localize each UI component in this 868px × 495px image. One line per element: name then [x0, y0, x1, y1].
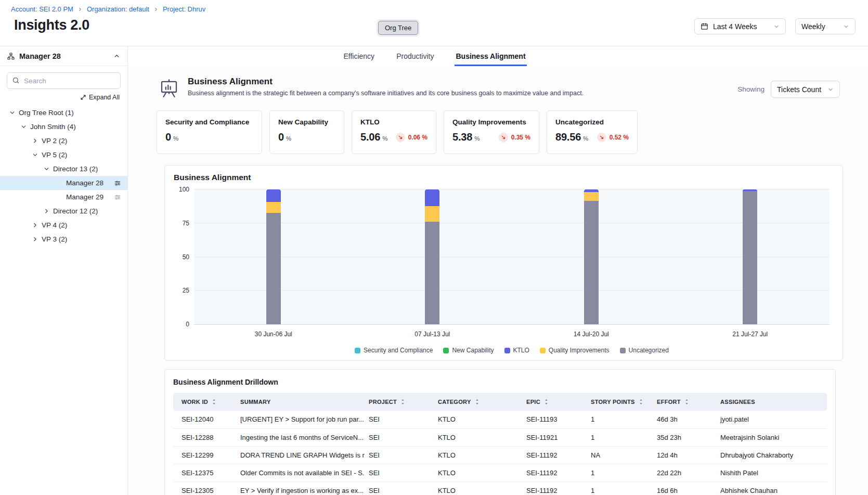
chevron-right-icon [77, 7, 83, 12]
summary-card-value-row: 0% [278, 131, 335, 143]
table-row[interactable]: SEI-12299DORA TREND LINE GRAPH Widgets i… [173, 446, 827, 464]
sort-icon[interactable] [638, 399, 644, 405]
date-range-value: Last 4 Weeks [713, 22, 757, 31]
summary-card: Quality Improvements5.38%0.35 % [444, 110, 539, 154]
tab-bar: Efficiency Productivity Business Alignme… [128, 46, 868, 66]
cell-work_id: SEI-12040 [173, 411, 236, 428]
tree-item[interactable]: Org Tree Root (1) [0, 106, 127, 120]
tree-item[interactable]: VP 5 (2) [0, 148, 127, 162]
trend-badge: 0.06 % [396, 133, 427, 142]
granularity-select[interactable]: Weekly [795, 18, 856, 34]
tab-efficiency[interactable]: Efficiency [342, 46, 375, 66]
summary-card-title: Security and Compliance [165, 118, 253, 126]
summary-card: Uncategorized89.56%0.52 % [547, 110, 638, 154]
table-row[interactable]: SEI-12305EY > Verify if ingestion is wor… [173, 481, 827, 495]
org-tree-list: Org Tree Root (1)John Smith (4)VP 2 (2)V… [0, 106, 127, 246]
column-header-project[interactable]: PROJECT [365, 393, 434, 411]
column-header-epic[interactable]: EPIC [522, 393, 587, 411]
table-row[interactable]: SEI-12040[URGENT] EY > Support for job r… [173, 411, 827, 428]
bar-segment-uncategorized [425, 222, 439, 324]
stacked-bar[interactable] [266, 189, 281, 324]
breadcrumb-project[interactable]: Project: Dhruv [163, 5, 205, 13]
summary-card-unit: % [286, 135, 291, 142]
expand-icon [80, 94, 86, 100]
trend-badge: 0.52 % [597, 133, 629, 142]
sidebar-title: Manager 28 [19, 52, 61, 60]
sort-icon[interactable] [474, 399, 480, 405]
bar-segment-uncategorized [266, 213, 281, 324]
breadcrumb-organization[interactable]: Organization: default [87, 5, 149, 13]
tree-item[interactable]: John Smith (4) [0, 120, 127, 134]
cell-epic: SEI-11192 [522, 446, 587, 464]
cell-story_points: NA [587, 446, 653, 464]
breadcrumb-account[interactable]: Account: SEI 2.0 PM [11, 5, 73, 13]
bar-segment-ktlo [266, 189, 281, 202]
tree-item[interactable]: VP 4 (2) [0, 218, 127, 232]
tree-item[interactable]: Manager 29 [0, 190, 127, 204]
cell-work_id: SEI-12299 [173, 446, 236, 464]
tree-item[interactable]: VP 2 (2) [0, 134, 127, 148]
legend-label: KTLO [513, 347, 529, 354]
bar-segment-quality-improvements [425, 206, 439, 222]
trend-down-icon [597, 133, 606, 142]
bar-segment-uncategorized [584, 201, 599, 324]
summary-card-value-row: 0% [165, 131, 253, 143]
summary-card-title: KTLO [360, 118, 427, 126]
chevron-up-icon[interactable] [113, 53, 120, 59]
column-header-effort[interactable]: EFFORT [653, 393, 716, 411]
table-row[interactable]: SEI-12375Older Commits is not available … [173, 464, 827, 481]
column-header-work_id[interactable]: WORK ID [173, 393, 236, 411]
summary-card-value: 0 [165, 131, 171, 143]
tree-item-label: Director 13 (2) [53, 165, 98, 173]
x-axis-label: 30 Jun-06 Jul [194, 331, 353, 338]
summary-card-value-row: 5.38%0.35 % [452, 131, 530, 143]
chevron-right-icon[interactable] [32, 236, 38, 243]
summary-card-value: 89.56 [555, 131, 581, 143]
legend-swatch [504, 348, 510, 353]
trend-down-icon [499, 133, 508, 142]
page-title: Insights 2.0 [14, 17, 89, 33]
tab-productivity[interactable]: Productivity [395, 46, 435, 66]
cell-assignees: Nishith Patel [716, 464, 827, 481]
table-row[interactable]: SEI-12288Ingesting the last 6 months of … [173, 428, 827, 446]
legend-swatch [620, 348, 626, 353]
summary-card-value: 0 [278, 131, 284, 143]
tree-item[interactable]: Director 13 (2) [0, 162, 127, 176]
filter-sliders-icon[interactable] [114, 180, 121, 187]
stacked-bar[interactable] [584, 189, 599, 324]
tree-item[interactable]: VP 3 (2) [0, 232, 127, 246]
section-title: Business Alignment [188, 77, 584, 87]
sort-icon[interactable] [400, 399, 406, 405]
legend-item: Security and Compliance [355, 347, 433, 354]
tree-item-label: VP 5 (2) [42, 151, 67, 159]
chevron-right-icon[interactable] [32, 137, 38, 144]
tree-item[interactable]: Director 12 (2) [0, 204, 127, 218]
chevron-right-icon[interactable] [32, 222, 38, 229]
summary-card-unit: % [382, 135, 387, 142]
filter-sliders-icon[interactable] [114, 194, 121, 201]
date-range-select[interactable]: Last 4 Weeks [694, 18, 786, 34]
chevron-down-icon[interactable] [9, 109, 16, 116]
sort-icon[interactable] [684, 399, 690, 405]
stacked-bar[interactable] [743, 189, 757, 324]
column-header-story_points[interactable]: STORY POINTS [587, 393, 653, 411]
expand-all-button[interactable]: Expand All [0, 89, 127, 103]
stacked-bar[interactable] [425, 189, 439, 324]
cell-category: KTLO [434, 481, 522, 495]
search-input[interactable] [7, 72, 121, 89]
chevron-right-icon[interactable] [43, 208, 50, 214]
sort-icon[interactable] [543, 399, 549, 405]
chevron-down-icon[interactable] [20, 123, 27, 130]
chevron-down-icon[interactable] [43, 166, 50, 172]
showing-select[interactable]: Tickets Count [771, 81, 840, 98]
org-tree-button[interactable]: Org Tree [378, 21, 418, 35]
tab-business-alignment[interactable]: Business Alignment [455, 46, 526, 66]
column-header-category[interactable]: CATEGORY [434, 393, 522, 411]
cell-work_id: SEI-12305 [173, 481, 236, 495]
chevron-down-icon[interactable] [32, 151, 38, 158]
sort-icon[interactable] [211, 399, 217, 405]
search-icon [12, 77, 20, 84]
trend-delta-value: 0.52 % [610, 134, 629, 141]
bar-segment-ktlo [425, 189, 439, 206]
tree-item[interactable]: Manager 28 [0, 176, 127, 190]
